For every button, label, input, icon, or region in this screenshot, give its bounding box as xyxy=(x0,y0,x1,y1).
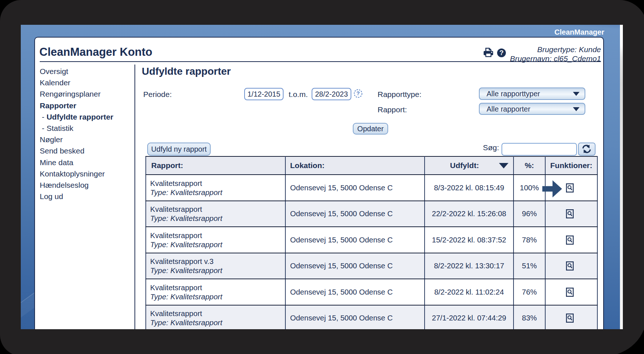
svg-text:?: ? xyxy=(356,90,360,96)
